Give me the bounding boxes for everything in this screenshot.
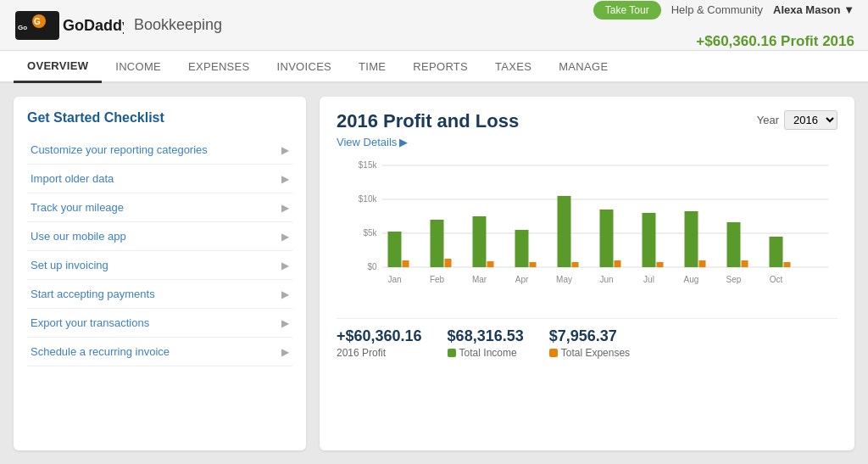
svg-text:$15k: $15k — [359, 160, 378, 170]
profit-value-display: +$60,360.16 Profit 2016 — [696, 33, 854, 49]
svg-text:GoDaddy: GoDaddy — [63, 17, 124, 34]
profit-summary: +$60,360.16 Profit 2016 — [696, 33, 854, 50]
checklist-label-recurring: Schedule a recurring invoice — [31, 345, 170, 358]
user-dropdown-icon[interactable]: ▼ — [843, 3, 854, 16]
chart-panel: 2016 Profit and Loss Year 2016 2015 2014… — [320, 97, 854, 450]
stat-expense-label: Total Expenses — [549, 347, 630, 359]
svg-text:Jan: Jan — [387, 275, 401, 284]
checklist-label-payments: Start accepting payments — [31, 288, 155, 300]
nav-item-reports[interactable]: REPORTS — [399, 50, 481, 82]
chart-title: 2016 Profit and Loss — [337, 110, 519, 132]
year-label: Year — [757, 114, 779, 126]
checklist-item-import[interactable]: Import older data ▶ — [27, 165, 292, 193]
checklist-item-payments[interactable]: Start accepting payments ▶ — [27, 280, 292, 309]
arrow-icon-reporting: ▶ — [281, 144, 289, 156]
nav-item-expenses[interactable]: EXPENSES — [175, 50, 264, 82]
bar-income-jul — [643, 213, 656, 267]
user-menu[interactable]: Alexa Mason ▼ — [773, 3, 854, 16]
checklist-item-reporting[interactable]: Customize your reporting categories ▶ — [27, 136, 292, 165]
stat-profit: +$60,360.16 2016 Profit — [337, 327, 422, 359]
nav-item-invoices[interactable]: INVOICES — [264, 50, 346, 82]
bar-expense-may — [572, 262, 579, 267]
svg-text:Jun: Jun — [599, 275, 613, 284]
bar-expense-jun — [615, 260, 621, 267]
bar-expense-jan — [403, 260, 409, 267]
help-link[interactable]: Help & Community — [671, 3, 763, 16]
checklist-label-invoicing: Set up invoicing — [31, 259, 108, 271]
arrow-icon-mobile: ▶ — [281, 231, 289, 243]
svg-text:Apr: Apr — [515, 275, 529, 284]
nav-item-manage[interactable]: MANAGE — [545, 50, 621, 82]
bar-expense-oct — [784, 262, 791, 267]
bar-income-feb — [431, 220, 444, 267]
logo-container: Go G GoDaddy Bookkeeping — [14, 9, 222, 42]
checklist-label-import: Import older data — [31, 172, 114, 185]
checklist-item-invoicing[interactable]: Set up invoicing ▶ — [27, 251, 292, 280]
svg-text:Mar: Mar — [472, 275, 487, 284]
stats-row: +$60,360.16 2016 Profit $68,316.53 Total… — [337, 318, 837, 359]
checklist-label-mileage: Track your mileage — [31, 201, 124, 214]
bar-expense-apr — [530, 262, 537, 267]
stat-expenses: $7,956.37 Total Expenses — [549, 327, 630, 359]
bar-expense-jul — [657, 262, 664, 267]
stat-expense-label-text: Total Expenses — [561, 347, 630, 359]
svg-text:Oct: Oct — [770, 275, 783, 284]
bar-expense-aug — [699, 260, 706, 267]
checklist-item-recurring[interactable]: Schedule a recurring invoice ▶ — [27, 338, 292, 366]
svg-text:May: May — [556, 275, 572, 284]
arrow-icon-export: ▶ — [281, 317, 289, 329]
checklist-title: Get Started Checklist — [27, 110, 292, 126]
view-details-arrow-icon: ▶ — [399, 136, 408, 148]
svg-text:Feb: Feb — [430, 275, 445, 284]
svg-text:$5k: $5k — [363, 228, 377, 238]
bar-income-jun — [600, 210, 614, 267]
nav-item-taxes[interactable]: TAXES — [481, 50, 545, 82]
bar-income-apr — [515, 230, 529, 267]
bar-income-sep — [727, 222, 741, 267]
checklist-label-export: Export your transactions — [31, 316, 149, 329]
user-name: Alexa Mason — [773, 3, 840, 16]
header: Go G GoDaddy Bookkeeping Take Tour Help … — [0, 0, 868, 51]
stat-income-label-text: Total Income — [459, 347, 517, 359]
checklist-item-export[interactable]: Export your transactions ▶ — [27, 309, 292, 338]
bar-income-oct — [770, 237, 783, 267]
bar-income-jan — [388, 232, 402, 267]
stat-profit-value: +$60,360.16 — [337, 327, 422, 345]
income-dot-icon — [448, 349, 456, 357]
svg-text:Aug: Aug — [684, 275, 699, 284]
view-details-link[interactable]: View Details ▶ — [337, 136, 837, 148]
nav-item-overview[interactable]: OVERVIEW — [14, 51, 102, 83]
expense-dot-icon — [549, 349, 558, 357]
content-area: Get Started Checklist Customize your rep… — [0, 83, 868, 464]
stat-income-label: Total Income — [448, 347, 524, 359]
svg-text:$10k: $10k — [359, 194, 378, 204]
year-select[interactable]: 2016 2015 2014 — [784, 110, 837, 130]
take-tour-button[interactable]: Take Tour — [593, 1, 661, 20]
navigation: OVERVIEW INCOME EXPENSES INVOICES TIME R… — [0, 51, 868, 83]
bar-income-may — [558, 196, 571, 267]
stat-expense-value: $7,956.37 — [549, 327, 630, 345]
profit-loss-chart: $15k $10k $5k $0 — [337, 157, 837, 310]
stat-income: $68,316.53 Total Income — [448, 327, 524, 359]
checklist-label-reporting: Customize your reporting categories — [31, 143, 208, 156]
bar-expense-mar — [487, 261, 494, 267]
chart-header: 2016 Profit and Loss Year 2016 2015 2014 — [337, 110, 837, 132]
stat-income-value: $68,316.53 — [448, 327, 524, 345]
checklist-panel: Get Started Checklist Customize your rep… — [14, 97, 306, 450]
arrow-icon-invoicing: ▶ — [281, 260, 289, 271]
arrow-icon-mileage: ▶ — [281, 202, 289, 214]
header-left: Go G GoDaddy Bookkeeping — [14, 9, 222, 42]
arrow-icon-payments: ▶ — [281, 288, 289, 300]
bar-income-mar — [473, 216, 487, 267]
svg-text:Jul: Jul — [643, 275, 654, 284]
svg-text:Sep: Sep — [726, 275, 742, 284]
bar-income-aug — [685, 211, 698, 267]
nav-item-income[interactable]: INCOME — [102, 50, 175, 82]
checklist-item-mobile[interactable]: Use our mobile app ▶ — [27, 222, 292, 251]
checklist-label-mobile: Use our mobile app — [31, 230, 126, 243]
nav-item-time[interactable]: TIME — [345, 50, 399, 82]
arrow-icon-import: ▶ — [281, 173, 289, 185]
godaddy-logo: Go G GoDaddy — [14, 9, 124, 42]
year-selector: Year 2016 2015 2014 — [757, 110, 837, 130]
checklist-item-mileage[interactable]: Track your mileage ▶ — [27, 193, 292, 222]
